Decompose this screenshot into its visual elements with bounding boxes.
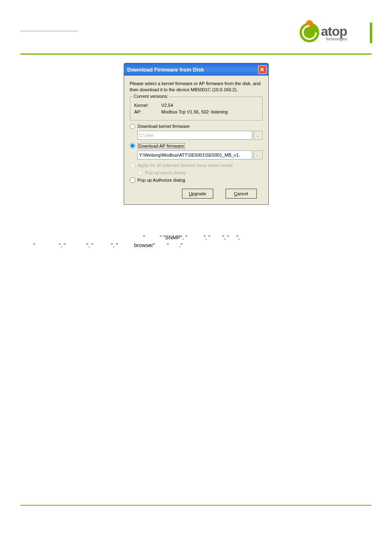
popup-auth-checkbox[interactable]	[130, 178, 135, 183]
kernel-path-input	[137, 131, 252, 140]
popup-report-row: Pop up report dialog	[137, 170, 263, 176]
download-firmware-dialog: Download Firmware from Disk ✕ Please sel…	[124, 63, 269, 205]
popup-report-label: Pop up report dialog	[145, 170, 186, 175]
ap-path-input[interactable]	[137, 150, 252, 160]
kernel-browse-button[interactable]: ...	[254, 131, 263, 140]
logo-mark-icon	[300, 23, 319, 42]
radio-download-ap[interactable]	[130, 143, 135, 148]
popup-report-checkbox	[137, 170, 143, 176]
bottom-divider	[21, 505, 371, 506]
dialog-title: Download Firmware from Disk	[127, 67, 204, 73]
dialog-body: Please select a kernel firmware or AP fi…	[124, 76, 268, 204]
dialog-buttons: Upgrade Cancel	[130, 189, 263, 199]
logo: atop Technologies	[300, 23, 367, 42]
apply-all-checkbox	[130, 163, 135, 168]
popup-auth-label: Pop up Authorize dialog	[138, 178, 185, 183]
radio-download-kernel-label: Download kernel firmware	[138, 124, 190, 129]
kernel-label: Kernel:	[134, 103, 161, 108]
current-versions-group: Current versions: Kernel: V2.54 AP: Modb…	[130, 97, 263, 120]
radio-download-kernel-row[interactable]: Download kernel firmware	[130, 124, 263, 129]
radio-download-ap-label: Download AP firmware	[138, 143, 185, 149]
radio-download-ap-row[interactable]: Download AP firmware	[130, 143, 263, 149]
page-body-text: " " "SNMP", " ", " ", " ", " ", " ", " "…	[0, 209, 392, 250]
close-icon: ✕	[260, 67, 265, 72]
kernel-version: V2.54	[161, 103, 258, 108]
dialog-instructions: Please select a kernel firmware or AP fi…	[130, 81, 263, 93]
ap-version: Modbus Tcp V1.56, 502: listening	[161, 109, 258, 114]
radio-download-kernel[interactable]	[130, 124, 135, 129]
ap-browse-button[interactable]: ...	[254, 150, 263, 160]
close-button[interactable]: ✕	[258, 65, 267, 74]
logo-accent-bar	[370, 23, 372, 43]
apply-all-label: Apply for all selected devices have same…	[138, 163, 233, 168]
upgrade-button[interactable]: Upgrade	[182, 189, 213, 199]
apply-all-row: Apply for all selected devices have same…	[130, 163, 263, 168]
dialog-container: Download Firmware from Disk ✕ Please sel…	[0, 55, 392, 209]
popup-auth-row[interactable]: Pop up Authorize dialog	[130, 178, 263, 183]
header-underline	[21, 31, 78, 31]
dialog-titlebar: Download Firmware from Disk ✕	[124, 63, 268, 76]
page-header: atop Technologies	[0, 0, 392, 53]
ap-label: AP:	[134, 109, 161, 114]
current-versions-legend: Current versions:	[133, 94, 170, 99]
cancel-button[interactable]: Cancel	[226, 189, 257, 199]
